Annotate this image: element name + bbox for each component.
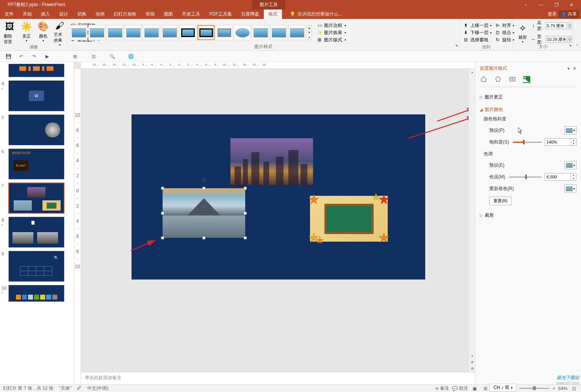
size-group-label[interactable]: 大小 ⬊ (513, 44, 573, 50)
saturation-preset-button[interactable]: ▾ (564, 126, 576, 134)
status-language[interactable]: 中文(中国) (87, 385, 108, 392)
picture-tab-icon[interactable] (523, 75, 531, 83)
width-down[interactable]: ▾ (568, 39, 572, 43)
style-item[interactable] (161, 25, 178, 40)
qat-tool-2[interactable]: ⊡ (89, 52, 98, 61)
corrections-button[interactable]: ☀️ 更正 ▾ (18, 20, 35, 45)
tab-animations[interactable]: 动画 (91, 9, 109, 19)
tab-review[interactable]: 审阅 (141, 9, 159, 19)
tell-me-search[interactable]: 💡 告诉我您想要做什么... (290, 11, 342, 17)
fit-window-button[interactable]: ⊡ (570, 386, 578, 392)
selection-handle[interactable] (161, 236, 164, 239)
qat-redo-button[interactable]: ↷ (30, 52, 39, 61)
style-item[interactable] (252, 25, 269, 40)
qat-start-button[interactable]: ▶ (42, 52, 52, 61)
bring-forward-button[interactable]: ⬆上移一层▾ (461, 22, 493, 29)
selection-handle[interactable] (161, 212, 164, 215)
slide-thumb-9[interactable]: 🔍 (8, 251, 64, 282)
remove-background-button[interactable]: 🖼 删除背景 (2, 20, 18, 45)
slide-thumbnail-panel[interactable]: 4* W 5 6 更改图片的位置 E=mc² 7 (0, 62, 74, 384)
picture-color-section[interactable]: ◢ 图片颜色 (480, 105, 576, 114)
style-item[interactable] (216, 25, 233, 40)
style-item[interactable] (288, 25, 305, 40)
vertical-scrollbar[interactable]: ▴ ▾ ⦿ ⦿ (468, 69, 475, 372)
picture-corrections-section[interactable]: ▷ 图片更正 (480, 93, 576, 102)
slide-thumb-7-selected[interactable] (8, 183, 64, 214)
image-mountain-selected[interactable]: ⟳ (163, 188, 245, 238)
prev-slide-button[interactable]: ⦿ (469, 359, 475, 365)
saturation-down[interactable]: ▾ (571, 142, 576, 145)
selection-handle[interactable] (161, 187, 164, 190)
selection-handle[interactable] (244, 212, 247, 215)
ime-indicator[interactable]: CH ♪ 简▾ (490, 384, 517, 392)
picture-border-button[interactable]: ▭图片边框▾ (315, 22, 348, 29)
ribbon-display-options-button[interactable]: ▫ (518, 0, 534, 9)
crop-button[interactable]: ⟡ 裁剪 ▾ (514, 21, 531, 44)
close-button[interactable]: ✕ (564, 0, 579, 9)
tab-developer[interactable]: 开发工具 (177, 9, 205, 19)
saturation-slider[interactable] (513, 142, 542, 143)
selection-handle[interactable] (244, 236, 247, 239)
styles-group-label[interactable]: 图片样式 ⬊ (67, 44, 459, 50)
restore-button[interactable]: ❐ (549, 0, 564, 9)
artistic-effects-button[interactable]: 🖌 艺术效果 ▾ (52, 20, 68, 45)
tab-home[interactable]: 开始 (18, 9, 36, 19)
image-city[interactable] (230, 138, 313, 185)
zoom-in-button[interactable]: + (553, 386, 555, 391)
collapse-ribbon-button[interactable]: ˄ (576, 44, 578, 49)
tab-transitions[interactable]: 切换 (73, 9, 91, 19)
tab-design[interactable]: 设计 (55, 9, 73, 19)
slide-thumb-5[interactable] (8, 114, 64, 145)
slide-thumb-4[interactable]: W (8, 80, 64, 111)
gallery-more-button[interactable]: ▴▾▿ (307, 25, 312, 40)
notes-toggle[interactable]: ≐ 备注 (435, 385, 449, 392)
normal-view-button[interactable]: ▣ (471, 386, 479, 392)
sorter-view-button[interactable]: ⊞ (482, 386, 489, 392)
next-slide-button[interactable]: ⦿ (469, 365, 475, 372)
tab-format[interactable]: 格式 (264, 9, 282, 19)
style-item[interactable] (179, 25, 196, 40)
align-button[interactable]: ⊫对齐▾ (493, 22, 516, 29)
saturation-up[interactable]: ▴ (571, 139, 576, 142)
temperature-input[interactable] (545, 173, 571, 180)
width-up[interactable]: ▴ (568, 36, 572, 39)
style-item[interactable] (88, 25, 105, 40)
selection-handle[interactable] (244, 187, 247, 190)
size-tab-icon[interactable] (509, 75, 516, 83)
width-input[interactable] (546, 36, 567, 43)
share-button[interactable]: 👤 共享 (559, 10, 579, 18)
style-item[interactable] (125, 25, 142, 40)
scroll-up-button[interactable]: ▴ (469, 69, 475, 75)
tab-pdf[interactable]: PDF工具集 (205, 9, 236, 19)
recolor-button[interactable]: ▾ (564, 184, 576, 193)
tab-view[interactable]: 视图 (159, 9, 177, 19)
zoom-slider[interactable] (519, 388, 550, 389)
style-item[interactable] (70, 25, 87, 40)
height-up[interactable]: ▴ (568, 22, 572, 26)
picture-layout-button[interactable]: ⊞图片版式▾ (315, 36, 348, 44)
send-backward-button[interactable]: ⬇下移一层▾ (461, 29, 493, 36)
style-item[interactable] (106, 25, 124, 40)
selection-handle[interactable] (202, 187, 205, 190)
login-link[interactable]: 登录 (548, 11, 557, 17)
crop-section[interactable]: ▷ 裁剪 (480, 211, 576, 220)
height-down[interactable]: ▾ (568, 26, 572, 29)
pane-close-button[interactable]: ✕ (573, 66, 576, 71)
style-item[interactable] (234, 25, 251, 40)
comments-toggle[interactable]: 💬 批注 (452, 385, 468, 392)
tone-preset-button[interactable]: ▾ (564, 161, 576, 169)
fill-tab-icon[interactable] (480, 75, 487, 83)
temp-down[interactable]: ▾ (571, 177, 576, 180)
picture-styles-gallery[interactable]: ▴▾▿ (69, 24, 313, 41)
qat-tool-1[interactable]: ⊞ (70, 52, 80, 61)
rotation-handle[interactable]: ⟳ (202, 177, 207, 184)
slide-thumb-8[interactable] (8, 217, 64, 248)
style-item[interactable] (143, 25, 160, 40)
qat-tool-4[interactable]: 🌐 (126, 52, 135, 61)
pane-options-button[interactable]: ▾ (567, 66, 570, 71)
reset-color-button[interactable]: 重置(R) (489, 197, 512, 205)
slide-thumb-6[interactable]: 更改图片的位置 E=mc² (8, 148, 64, 180)
scroll-down-button[interactable]: ▾ (469, 353, 475, 359)
temperature-slider[interactable] (509, 176, 542, 178)
effects-tab-icon[interactable] (494, 75, 502, 83)
